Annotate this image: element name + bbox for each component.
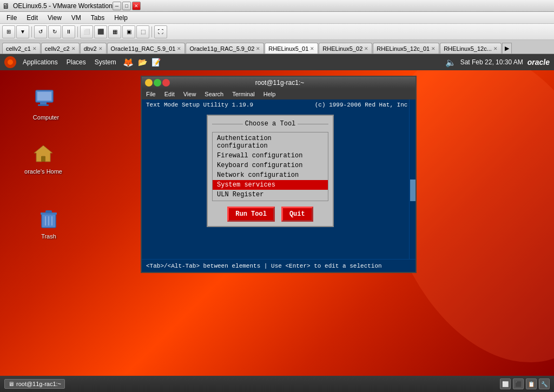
gnome-applications[interactable]: Applications bbox=[21, 57, 60, 67]
tab-label: RHELinux5_02 bbox=[322, 45, 362, 52]
gnome-places[interactable]: Places bbox=[64, 57, 88, 67]
close-button[interactable]: ✕ bbox=[132, 2, 141, 10]
toolbar-view-2[interactable]: ⬛ bbox=[94, 25, 107, 38]
toolbar-view-5[interactable]: ⬚ bbox=[136, 25, 149, 38]
svg-rect-3 bbox=[37, 92, 51, 101]
tab-label: cellv2_c2 bbox=[45, 45, 70, 52]
vm-tabbar: cellv2_c1 ✕ cellv2_c2 ✕ dbv2 ✕ Oracle11g… bbox=[0, 40, 554, 54]
scrollbar-thumb[interactable] bbox=[410, 180, 416, 201]
toolbar-btn-1[interactable]: ⊞ bbox=[2, 25, 15, 38]
bottom-icon-2[interactable]: ⬛ bbox=[513, 378, 524, 389]
bottom-vm-icon[interactable]: 🖥 root@11g-rac1:~ bbox=[4, 379, 65, 389]
toolbar-sep-3 bbox=[151, 26, 152, 37]
firefox-icon[interactable]: 🦊 bbox=[123, 57, 134, 68]
gnome-brand: oracle bbox=[527, 58, 550, 67]
tab-close-icon[interactable]: ✕ bbox=[32, 46, 37, 51]
svg-rect-10 bbox=[45, 210, 52, 213]
bottom-icons: ⬜ ⬛ 📋 🔧 bbox=[500, 378, 550, 389]
dialog-item-keyboard[interactable]: Keyboard configuration bbox=[213, 161, 328, 170]
term-menu-terminal[interactable]: Terminal bbox=[230, 90, 257, 98]
computer-icon-image bbox=[33, 87, 59, 112]
maximize-button[interactable]: □ bbox=[122, 2, 131, 10]
dialog-item-auth[interactable]: Authentication configuration bbox=[213, 134, 328, 151]
tab-cellv2-c2[interactable]: cellv2_c2 ✕ bbox=[41, 43, 80, 54]
text-editor-icon[interactable]: 📝 bbox=[151, 58, 161, 67]
tab-close-icon[interactable]: ✕ bbox=[71, 46, 76, 51]
toolbar-power-off[interactable]: ↻ bbox=[48, 25, 61, 38]
terminal-header: Text Mode Setup Utility 1.19.9 (c) 1999-… bbox=[146, 102, 411, 108]
terminal-header-copy: (c) 1999-2006 Red Hat, Inc. bbox=[315, 102, 411, 108]
dialog-item-uln[interactable]: ULN Register bbox=[213, 190, 328, 200]
setup-dialog[interactable]: Choose a Tool Authentication configurati… bbox=[207, 115, 334, 227]
tab-rhel-12c[interactable]: RHELinux5_12c... ✕ bbox=[440, 43, 502, 54]
terminal-scrollbar[interactable] bbox=[409, 99, 416, 259]
toolbar-btn-2[interactable]: ▼ bbox=[16, 25, 29, 38]
menu-vm[interactable]: VM bbox=[67, 13, 85, 23]
volume-icon[interactable]: 🔈 bbox=[445, 57, 456, 68]
run-tool-button[interactable]: Run Tool bbox=[227, 207, 275, 222]
terminal-body[interactable]: Text Mode Setup Utility 1.19.9 (c) 1999-… bbox=[142, 99, 416, 259]
svg-rect-7 bbox=[41, 156, 45, 162]
bottom-vm-label: root@11g-rac1:~ bbox=[16, 381, 61, 387]
bottom-icon-1[interactable]: ⬜ bbox=[500, 378, 511, 389]
toolbar-view-3[interactable]: ▦ bbox=[108, 25, 121, 38]
gnome-system[interactable]: System bbox=[93, 57, 118, 67]
tab-close-icon[interactable]: ✕ bbox=[493, 46, 498, 51]
tab-rhel-12c-01[interactable]: RHELinux5_12c_01 ✕ bbox=[373, 43, 439, 54]
tab-cellv2-c1[interactable]: cellv2_c1 ✕ bbox=[2, 43, 41, 54]
tab-oracle-rac-02[interactable]: Oracle11g_RAC_5.9_02 ✕ bbox=[186, 43, 264, 54]
titlebar-icon: 🖥 bbox=[2, 2, 10, 10]
tab-oracle-rac-01[interactable]: Oracle11g_RAC_5.9_01 ✕ bbox=[107, 43, 186, 54]
tab-rhel-01[interactable]: RHELinux5_01 ✕ bbox=[265, 43, 318, 54]
term-maximize-button[interactable] bbox=[154, 79, 161, 87]
desktop-icon-home[interactable]: oracle's Home bbox=[24, 141, 62, 175]
term-menu-edit[interactable]: Edit bbox=[162, 90, 177, 98]
menu-help[interactable]: Help bbox=[110, 13, 132, 23]
toolbar-sep-2 bbox=[77, 26, 78, 37]
tab-rhel-02[interactable]: RHELinux5_02 ✕ bbox=[319, 43, 372, 54]
tab-label: RHELinux5_12c_01 bbox=[377, 45, 430, 52]
svg-point-1 bbox=[8, 59, 13, 65]
menu-edit[interactable]: Edit bbox=[22, 13, 42, 23]
tab-close-icon[interactable]: ✕ bbox=[431, 46, 436, 51]
desktop-icon-trash[interactable]: Trash bbox=[30, 205, 68, 240]
toolbar-view-4[interactable]: ▣ bbox=[122, 25, 135, 38]
minimize-button[interactable]: ─ bbox=[113, 2, 121, 10]
title-line-right bbox=[298, 124, 328, 124]
dialog-item-firewall[interactable]: Firewall configuration bbox=[213, 151, 328, 161]
tab-close-icon[interactable]: ✕ bbox=[98, 46, 103, 51]
toolbar-view-1[interactable]: ⬜ bbox=[80, 25, 93, 38]
quit-button[interactable]: Quit bbox=[281, 207, 313, 222]
toolbar-fullscreen[interactable]: ⛶ bbox=[154, 25, 167, 38]
computer-icon-label: Computer bbox=[33, 114, 59, 121]
term-menu-file[interactable]: File bbox=[144, 90, 158, 98]
terminal-window[interactable]: root@11g-rac1:~ File Edit View Search Te… bbox=[141, 76, 417, 273]
tab-close-icon[interactable]: ✕ bbox=[310, 46, 314, 51]
term-menu-search[interactable]: Search bbox=[202, 90, 226, 98]
tab-close-icon[interactable]: ✕ bbox=[256, 46, 260, 51]
tab-label: cellv2_c1 bbox=[6, 45, 31, 52]
toolbar-power-on[interactable]: ↺ bbox=[34, 25, 47, 38]
titlebar-text: OELinux6.5 - VMware Workstation bbox=[13, 2, 113, 10]
tab-overflow-button[interactable]: ▶ bbox=[502, 43, 512, 54]
tab-label: Oracle11g_RAC_5.9_02 bbox=[189, 45, 254, 52]
term-close-button[interactable] bbox=[162, 79, 170, 87]
term-menu-view[interactable]: View bbox=[181, 90, 199, 98]
toolbar-suspend[interactable]: ⏸ bbox=[62, 25, 75, 38]
menu-file[interactable]: File bbox=[2, 13, 21, 23]
dialog-item-network[interactable]: Network configuration bbox=[213, 170, 328, 180]
bottom-icon-4[interactable]: 🔧 bbox=[539, 378, 550, 389]
menu-tabs[interactable]: Tabs bbox=[87, 13, 109, 23]
desktop-icon-computer[interactable]: Computer bbox=[27, 87, 65, 121]
menu-view[interactable]: View bbox=[43, 13, 66, 23]
dialog-item-services[interactable]: System services bbox=[213, 180, 328, 190]
tab-close-icon[interactable]: ✕ bbox=[364, 46, 368, 51]
files-icon[interactable]: 📂 bbox=[138, 58, 147, 67]
terminal-title: root@11g-rac1:~ bbox=[171, 79, 388, 87]
tab-dbv2[interactable]: dbv2 ✕ bbox=[80, 43, 107, 54]
term-minimize-button[interactable] bbox=[145, 79, 153, 87]
term-menu-help[interactable]: Help bbox=[261, 90, 278, 98]
tab-close-icon[interactable]: ✕ bbox=[177, 46, 181, 51]
bottom-icon-3[interactable]: 📋 bbox=[526, 378, 537, 389]
desktop[interactable]: Computer oracle's Home Trash bbox=[0, 70, 554, 376]
